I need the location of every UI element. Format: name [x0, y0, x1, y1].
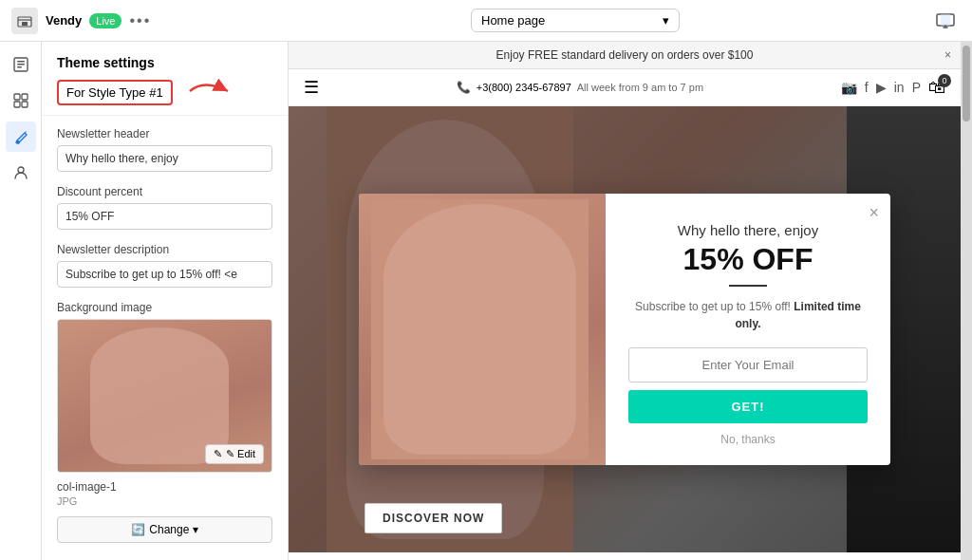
top-bar-right [930, 6, 961, 36]
hamburger-icon[interactable]: ☰ [304, 77, 319, 98]
popup-divider [729, 285, 767, 287]
newsletter-header-group: Newsletter header [57, 127, 272, 172]
newsletter-desc-input[interactable] [57, 261, 272, 288]
image-edit-button[interactable]: ✎ ✎ Edit [205, 444, 264, 464]
sidebar-nav-users[interactable] [6, 158, 36, 188]
top-bar: Vendy Live ••• Home page ▾ [0, 0, 972, 42]
newsletter-header-input[interactable] [57, 145, 272, 172]
phone-number: +3(800) 2345-67897 [477, 82, 571, 93]
discover-now-button[interactable]: DISCOVER NOW [364, 503, 502, 533]
instagram-icon[interactable]: 📷 [841, 80, 857, 95]
popup-image-side [359, 194, 606, 465]
svg-rect-6 [17, 64, 25, 65]
popup-overlay: × Why hello there, enjoy 15% OFF Subscri… [289, 106, 961, 552]
preview-scrollbar[interactable] [961, 42, 972, 560]
store-hours: All week from 9 am to 7 pm [577, 82, 703, 93]
store-name: Vendy [46, 13, 82, 28]
svg-rect-1 [22, 22, 28, 26]
popup-model-image [359, 194, 606, 465]
store-hero: × Why hello there, enjoy 15% OFF Subscri… [289, 106, 961, 552]
bag-icon[interactable]: 🛍 0 [928, 78, 945, 98]
newsletter-header-label: Newsletter header [57, 127, 272, 140]
settings-title: Theme settings [57, 55, 272, 70]
main-area: Theme settings For Style Type #1 [0, 42, 972, 560]
settings-body: Newsletter header Discount percent Newsl… [42, 116, 288, 560]
youtube-icon[interactable]: ▶ [876, 80, 887, 95]
edit-label: ✎ Edit [226, 448, 255, 460]
popup-description: Subscribe to get up to 15% off! Limited … [628, 298, 868, 332]
sidebar-nav-grid[interactable] [6, 85, 36, 116]
newsletter-desc-group: Newsletter description [57, 243, 272, 288]
linkedin-icon[interactable]: in [894, 80, 905, 95]
chevron-down-icon: ▾ [663, 13, 669, 28]
store-preview: Enjoy FREE standard delivery on orders o… [289, 42, 961, 560]
style-type-label: For Style Type #1 [66, 85, 163, 100]
announcement-bar: Enjoy FREE standard delivery on orders o… [289, 42, 961, 69]
top-bar-center: Home page ▾ [232, 9, 919, 32]
change-image-button[interactable]: 🔄 Change ▾ [57, 516, 272, 543]
svg-rect-3 [941, 14, 950, 26]
popup-modal: × Why hello there, enjoy 15% OFF Subscri… [359, 194, 890, 465]
store-nav: ☰ 📞 +3(800) 2345-67897 All week from 9 a… [289, 69, 961, 106]
popup-no-thanks-button[interactable]: No, thanks [720, 433, 775, 446]
announcement-close-button[interactable]: × [944, 48, 951, 62]
discount-percent-input[interactable] [57, 203, 272, 230]
svg-point-12 [18, 167, 24, 173]
svg-rect-8 [14, 94, 20, 100]
sidebar-nav-pages[interactable] [6, 49, 36, 80]
popup-content-side: × Why hello there, enjoy 15% OFF Subscri… [606, 194, 890, 465]
preview-area: Enjoy FREE standard delivery on orders o… [289, 42, 972, 560]
svg-rect-7 [17, 66, 22, 68]
page-selector-dropdown[interactable]: Home page ▾ [471, 9, 680, 32]
popup-desc-plain: Subscribe to get up to 15% off! [635, 300, 791, 313]
preview-icon-button[interactable] [930, 6, 961, 36]
phone-icon: 📞 [457, 81, 471, 94]
image-name: col-image-1 [57, 480, 272, 494]
announcement-text: Enjoy FREE standard delivery on orders o… [496, 48, 754, 62]
discount-percent-group: Discount percent [57, 185, 272, 230]
icon-sidebar [0, 42, 42, 560]
discount-percent-label: Discount percent [57, 185, 272, 198]
store-nav-right: 📷 f ▶ in P 🛍 0 [841, 78, 945, 98]
background-image-label: Background image [57, 301, 272, 314]
svg-rect-5 [17, 61, 25, 63]
newsletter-desc-label: Newsletter description [57, 243, 272, 256]
sidebar-nav-brush[interactable] [6, 121, 36, 152]
store-icon [11, 8, 38, 34]
image-type: JPG [57, 495, 272, 507]
change-icon: 🔄 [131, 523, 145, 536]
store-nav-left: ☰ [304, 77, 319, 98]
red-arrow-indicator [185, 74, 242, 108]
svg-rect-11 [22, 102, 28, 107]
edit-icon: ✎ [214, 448, 222, 460]
change-label: Change ▾ [149, 523, 197, 536]
background-image-group: Background image ✎ ✎ Edit col-image-1 JP… [57, 301, 272, 543]
live-badge: Live [89, 13, 122, 28]
bag-count: 0 [938, 74, 951, 87]
svg-rect-9 [22, 94, 28, 100]
settings-panel: Theme settings For Style Type #1 [42, 42, 289, 560]
style-type-item[interactable]: For Style Type #1 [57, 80, 173, 105]
facebook-icon[interactable]: f [865, 80, 869, 95]
popup-email-input[interactable] [628, 347, 868, 383]
pinterest-icon[interactable]: P [912, 80, 921, 95]
more-menu-button[interactable]: ••• [129, 12, 151, 29]
popup-discount-text: 15% OFF [683, 242, 813, 277]
page-selector-label: Home page [481, 13, 545, 28]
store-contact: 📞 +3(800) 2345-67897 All week from 9 am … [457, 81, 703, 94]
preview-scrollbar-thumb [963, 46, 970, 121]
svg-rect-10 [14, 102, 20, 107]
image-preview: ✎ ✎ Edit [57, 319, 272, 473]
top-bar-left: Vendy Live ••• [11, 8, 220, 34]
settings-header: Theme settings For Style Type #1 [42, 42, 288, 116]
popup-header-text: Why hello there, enjoy [678, 222, 818, 238]
popup-close-button[interactable]: × [869, 203, 879, 223]
popup-cta-button[interactable]: GET! [628, 390, 868, 423]
